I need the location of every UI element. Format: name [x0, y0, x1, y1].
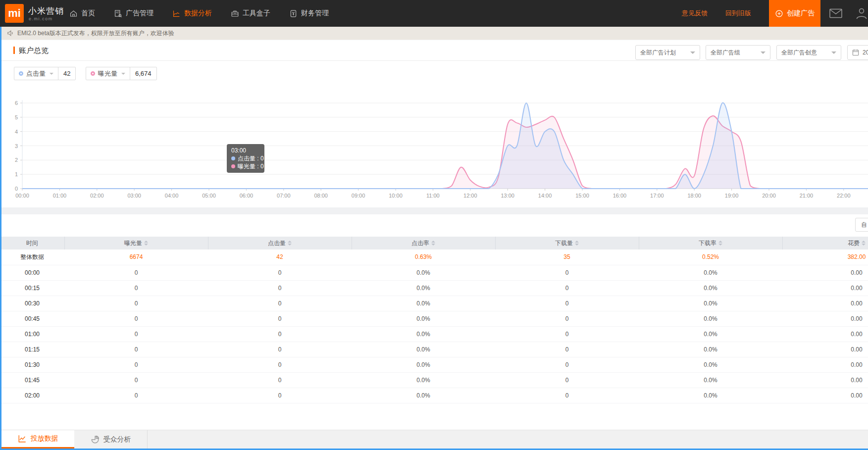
cell-value: 0 — [64, 342, 208, 357]
cell-value: 0 — [208, 357, 352, 372]
column-header-3[interactable]: 点击率 — [352, 237, 495, 250]
table-header: 时间曝光量点击量点击率下载量下载率花费 — [0, 237, 868, 250]
ad-creative-select[interactable]: 全部广告创意 — [776, 45, 841, 60]
toolbox-icon — [231, 9, 239, 18]
metric-name: 点击量 — [26, 69, 46, 78]
ad-plan-select-value: 全部广告计划 — [640, 49, 676, 57]
nav-item-finance[interactable]: 财务管理 — [289, 9, 329, 18]
nav-item-data-analysis[interactable]: 数据分析 — [172, 9, 212, 18]
column-header-5[interactable]: 下载率 — [639, 237, 782, 250]
cell-value: 0 — [64, 357, 208, 372]
cell-value: 0.00 — [782, 326, 868, 342]
old-version-link[interactable]: 回到旧版 — [725, 9, 751, 18]
tab-divider — [147, 430, 148, 449]
sort-icon[interactable] — [862, 241, 866, 246]
cell-value: 0.0% — [352, 326, 495, 342]
cell-value: 0.0% — [352, 280, 495, 296]
sort-icon[interactable] — [431, 241, 435, 246]
column-header-6[interactable]: 花费 — [782, 237, 868, 250]
svg-text:18:00: 18:00 — [687, 193, 701, 199]
nav-item-ad-manage[interactable]: AD 广告管理 — [114, 9, 153, 18]
cell-value: 0.0% — [352, 342, 495, 357]
table-row: 01:15000.0%00.0%0.00 — [0, 342, 868, 357]
cell-value: 0 — [64, 372, 208, 388]
cell-value: 0 — [495, 388, 639, 403]
cell-value: 35 — [495, 250, 639, 265]
table-row: 00:45000.0%00.0%0.00 — [0, 311, 868, 326]
tab-audience-analysis[interactable]: 受众分析 — [74, 430, 147, 449]
brand-domain: e.mi.com — [29, 16, 53, 21]
chevron-down-icon — [831, 51, 836, 54]
svg-text:01:00: 01:00 — [53, 193, 67, 199]
nav-item-toolbox[interactable]: 工具盒子 — [231, 9, 270, 18]
timeseries-chart: 012345600:0001:0002:0003:0004:0005:0006:… — [0, 84, 868, 203]
svg-text:02:00: 02:00 — [90, 193, 104, 199]
xiaomi-logo[interactable]: mi — [5, 4, 24, 23]
plus-circle-icon — [775, 9, 783, 18]
cell-value: 0.63% — [352, 250, 495, 265]
tooltip-impressions: 曝光量 : 0 — [238, 162, 264, 170]
ad-group-select[interactable]: 全部广告组 — [706, 45, 770, 60]
metric-selector-impressions[interactable]: 曝光量 6,674 — [86, 67, 157, 80]
nav-label: 工具盒子 — [243, 9, 270, 18]
cell-value: 0.0% — [352, 296, 495, 311]
cell-value: 0.52% — [639, 250, 782, 265]
stats-table: 时间曝光量点击量点击率下载量下载率花费 整体数据6674420.63%350.5… — [0, 237, 868, 403]
feedback-link[interactable]: 意见反馈 — [682, 9, 708, 18]
ad-plan-select[interactable]: 全部广告计划 — [635, 45, 700, 60]
svg-text:05:00: 05:00 — [202, 193, 216, 199]
svg-text:3: 3 — [15, 143, 18, 149]
svg-text:6: 6 — [15, 100, 18, 106]
cell-value: 0 — [64, 388, 208, 403]
column-header-2[interactable]: 点击量 — [208, 237, 352, 250]
ad-manage-icon: AD — [114, 9, 122, 18]
cell-time: 02:00 — [0, 388, 64, 403]
cell-value: 0 — [208, 265, 352, 280]
cell-time: 整体数据 — [0, 250, 64, 265]
cell-value: 0.00 — [782, 265, 868, 280]
nav-item-home[interactable]: 首页 — [69, 9, 95, 18]
tab-delivery-data[interactable]: 投放数据 — [1, 430, 74, 449]
cell-value: 42 — [208, 250, 352, 265]
date-range-picker[interactable]: 201 — [847, 45, 868, 60]
cell-value: 0 — [208, 296, 352, 311]
table-row: 01:30000.0%00.0%0.00 — [0, 357, 868, 372]
column-header-4[interactable]: 下载量 — [495, 237, 639, 250]
data-table-section: 自 时间曝光量点击量点击率下载量下载率花费 整体数据6674420.63%350… — [0, 214, 868, 430]
user-icon[interactable] — [855, 7, 868, 20]
summary-row: 整体数据6674420.63%350.52%382.00 — [0, 250, 868, 265]
create-ad-button[interactable]: 创建广告 — [769, 0, 820, 27]
bottom-tab-bar: 投放数据 受众分析 — [0, 430, 868, 449]
cell-value: 0.00 — [782, 342, 868, 357]
page-title: 账户总览 — [19, 46, 49, 55]
custom-columns-button[interactable]: 自 — [855, 218, 868, 232]
svg-text:1: 1 — [15, 171, 18, 177]
cell-value: 0.0% — [352, 357, 495, 372]
sort-icon[interactable] — [288, 241, 292, 246]
cell-value: 0.00 — [782, 388, 868, 403]
cell-value: 0 — [64, 265, 208, 280]
cell-value: 0 — [64, 326, 208, 342]
mail-icon[interactable] — [829, 8, 842, 18]
sort-icon[interactable] — [144, 241, 148, 246]
metric-value: 42 — [58, 67, 75, 80]
svg-text:13:00: 13:00 — [501, 193, 514, 199]
sort-icon[interactable] — [575, 241, 579, 246]
svg-text:0: 0 — [15, 186, 18, 192]
brand-name: 小米营销 — [28, 5, 64, 17]
sort-icon[interactable] — [718, 241, 722, 246]
nav-label: 数据分析 — [184, 9, 212, 18]
cell-time: 00:45 — [0, 311, 64, 326]
svg-text:08:00: 08:00 — [314, 193, 328, 199]
svg-text:AD: AD — [116, 10, 119, 13]
svg-text:5: 5 — [15, 114, 18, 120]
cell-value: 0.00 — [782, 280, 868, 296]
column-header-1[interactable]: 曝光量 — [64, 237, 208, 250]
cell-value: 0.0% — [639, 372, 782, 388]
svg-text:21:00: 21:00 — [800, 193, 814, 199]
cell-value: 0 — [495, 372, 639, 388]
cell-value: 0.0% — [639, 265, 782, 280]
impressions-dot-icon — [231, 164, 235, 168]
announcement-banner: EMI2.0 beta版本正式发布，权限开放至所有账户，欢迎体验 — [0, 27, 868, 40]
metric-selector-clicks[interactable]: 点击量 42 — [14, 67, 76, 80]
